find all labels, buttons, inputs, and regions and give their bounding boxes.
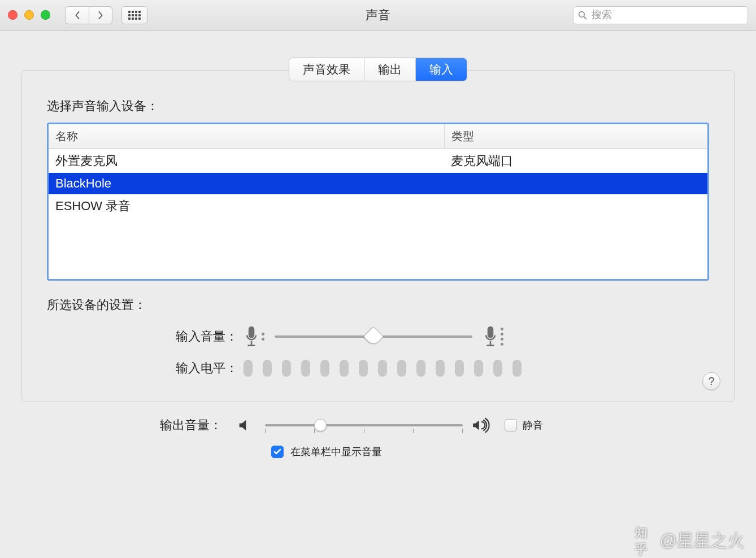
input-volume-row: 输入音量： [47,325,709,348]
show-in-menubar-row[interactable]: 在菜单栏中显示音量 [271,445,735,459]
level-segment [282,360,291,377]
device-name: BlackHole [49,173,444,194]
column-header-name[interactable]: 名称 [49,124,444,149]
output-volume-row: 输出音量： 静音 [21,417,735,434]
input-panel: 选择声音输入设备： 名称 类型 外置麦克风麦克风端口BlackHoleESHOW… [21,70,735,402]
zhihu-logo-icon: 知乎 [635,531,654,551]
search-icon [578,11,587,20]
window-titlebar: 声音 [0,0,756,30]
show-in-menubar-checkbox[interactable] [271,446,284,458]
nav-buttons [65,6,112,24]
microphone-low-icon [244,325,264,348]
device-name: 外置麦克风 [49,149,444,173]
speaker-high-icon [472,417,491,434]
level-segment [512,360,522,377]
tab-input[interactable]: 输入 [416,58,467,81]
minimize-window-button[interactable] [24,10,34,20]
watermark: 知乎 @星星之火 [635,529,745,552]
mute-label: 静音 [523,418,543,432]
level-segment [263,360,272,377]
device-type [444,194,707,218]
speaker-low-icon [237,417,256,434]
help-button[interactable]: ? [702,372,720,390]
table-row[interactable]: BlackHole [49,173,707,194]
output-volume-slider[interactable] [265,424,463,426]
tab-output[interactable]: 输出 [364,58,416,81]
back-button[interactable] [65,6,89,24]
slider-thumb[interactable] [314,419,327,431]
select-input-device-label: 选择声音输入设备： [47,98,709,115]
mute-checkbox-wrap[interactable]: 静音 [505,418,543,432]
microphone-high-icon [483,325,503,348]
close-window-button[interactable] [8,10,18,20]
content: 声音效果 输出 输入 选择声音输入设备： 名称 类型 外置麦克风麦克风端口Bla… [0,30,756,470]
chevron-right-icon [97,11,105,19]
svg-line-1 [584,16,586,19]
level-segment [340,360,349,377]
table-header: 名称 类型 [49,124,707,149]
device-type: 麦克风端口 [444,149,707,173]
forward-button[interactable] [89,6,112,24]
search-input[interactable] [590,8,743,21]
chevron-left-icon [73,11,81,19]
level-segment [320,360,329,377]
svg-point-0 [579,11,585,17]
watermark-user: @星星之火 [660,529,745,552]
level-segment [244,360,253,377]
output-volume-label: 输出音量： [21,417,228,434]
checkmark-icon [273,447,282,456]
level-segment [493,360,502,377]
input-device-table[interactable]: 名称 类型 外置麦克风麦克风端口BlackHoleESHOW 录音 [47,123,709,281]
input-level-row: 输入电平： [47,360,709,377]
mute-checkbox[interactable] [505,419,517,431]
column-header-type[interactable]: 类型 [444,124,707,149]
level-segment [397,360,406,377]
search-field-wrap[interactable] [573,6,748,24]
table-row[interactable]: ESHOW 录音 [49,194,707,218]
svg-rect-2 [249,326,255,338]
selected-device-settings-label: 所选设备的设置： [47,297,709,313]
show-all-prefs-button[interactable] [121,6,147,24]
show-in-menubar-label: 在菜单栏中显示音量 [290,445,382,459]
level-segment [301,360,310,377]
level-segment [359,360,368,377]
input-level-meter [244,360,522,377]
slider-thumb[interactable] [363,326,384,347]
level-segment [378,360,387,377]
input-level-label: 输入电平： [47,360,244,377]
grid-icon [128,11,141,20]
input-volume-slider[interactable] [275,335,472,338]
input-volume-label: 输入音量： [47,328,244,345]
svg-rect-5 [488,326,494,338]
input-volume-cluster [244,325,503,348]
table-body: 外置麦克风麦克风端口BlackHoleESHOW 录音 [49,149,707,218]
zoom-window-button[interactable] [41,10,50,20]
level-segment [474,360,483,377]
level-segment [436,360,445,377]
tab-sound-effects[interactable]: 声音效果 [289,58,364,81]
window-controls [8,10,50,20]
level-segment [455,360,464,377]
table-row[interactable]: 外置麦克风麦克风端口 [49,149,707,173]
device-type [444,173,707,194]
level-segment [416,360,425,377]
device-name: ESHOW 录音 [49,194,444,218]
